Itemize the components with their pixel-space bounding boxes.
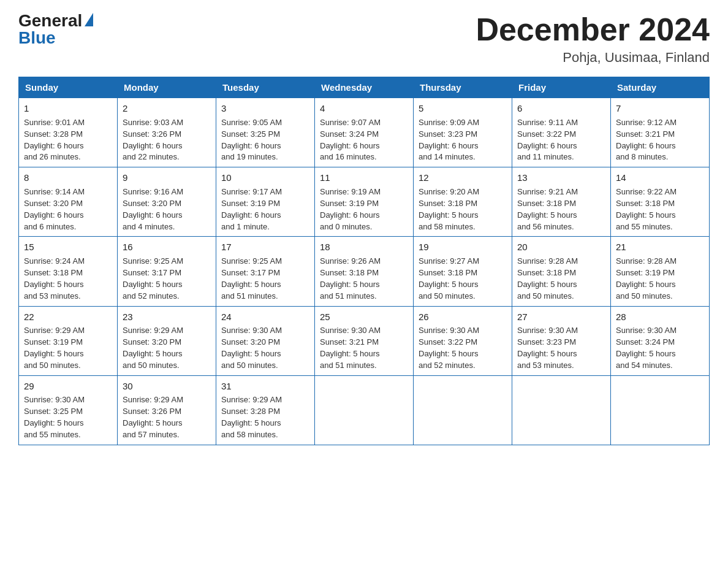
day-info: Sunrise: 9:29 AM Sunset: 3:19 PM Dayligh…	[24, 325, 112, 371]
day-number: 10	[221, 171, 309, 185]
weekday-header-row: SundayMondayTuesdayWednesdayThursdayFrid…	[19, 77, 710, 98]
day-number: 20	[517, 240, 605, 254]
calendar-day-cell: 13Sunrise: 9:21 AM Sunset: 3:18 PM Dayli…	[512, 167, 611, 237]
day-number: 6	[517, 102, 605, 115]
day-number: 26	[419, 310, 507, 324]
day-number: 2	[123, 102, 211, 115]
weekday-header-thursday: Thursday	[414, 77, 512, 98]
calendar-day-cell: 27Sunrise: 9:30 AM Sunset: 3:23 PM Dayli…	[512, 306, 611, 375]
day-info: Sunrise: 9:03 AM Sunset: 3:26 PM Dayligh…	[123, 117, 211, 163]
title-area: December 2024 Pohja, Uusimaa, Finland	[476, 12, 710, 66]
day-info: Sunrise: 9:16 AM Sunset: 3:20 PM Dayligh…	[123, 186, 211, 232]
weekday-header-sunday: Sunday	[19, 77, 118, 98]
calendar-day-cell: 24Sunrise: 9:30 AM Sunset: 3:20 PM Dayli…	[216, 306, 315, 375]
calendar-day-cell: 14Sunrise: 9:22 AM Sunset: 3:18 PM Dayli…	[611, 167, 710, 237]
day-info: Sunrise: 9:11 AM Sunset: 3:22 PM Dayligh…	[517, 117, 605, 163]
calendar-day-cell: 3Sunrise: 9:05 AM Sunset: 3:25 PM Daylig…	[216, 98, 315, 167]
day-number: 19	[419, 240, 507, 254]
day-info: Sunrise: 9:25 AM Sunset: 3:17 PM Dayligh…	[221, 256, 309, 302]
day-info: Sunrise: 9:27 AM Sunset: 3:18 PM Dayligh…	[419, 256, 507, 302]
day-number: 27	[517, 310, 605, 324]
day-number: 15	[24, 240, 112, 254]
calendar-subtitle: Pohja, Uusimaa, Finland	[476, 50, 710, 66]
day-info: Sunrise: 9:09 AM Sunset: 3:23 PM Dayligh…	[419, 117, 507, 163]
calendar-day-cell	[512, 375, 611, 445]
day-info: Sunrise: 9:30 AM Sunset: 3:22 PM Dayligh…	[419, 325, 507, 371]
day-number: 31	[221, 380, 309, 393]
calendar-day-cell: 21Sunrise: 9:28 AM Sunset: 3:19 PM Dayli…	[611, 237, 710, 306]
day-number: 16	[123, 240, 211, 254]
day-number: 13	[517, 171, 605, 185]
calendar-day-cell: 7Sunrise: 9:12 AM Sunset: 3:21 PM Daylig…	[611, 98, 710, 167]
day-number: 1	[24, 102, 112, 115]
calendar-title: December 2024	[476, 12, 710, 47]
day-info: Sunrise: 9:30 AM Sunset: 3:21 PM Dayligh…	[320, 325, 408, 371]
calendar-day-cell: 23Sunrise: 9:29 AM Sunset: 3:20 PM Dayli…	[118, 306, 216, 375]
calendar-day-cell	[414, 375, 512, 445]
day-number: 18	[320, 240, 408, 254]
day-info: Sunrise: 9:19 AM Sunset: 3:19 PM Dayligh…	[320, 186, 408, 232]
calendar-day-cell: 10Sunrise: 9:17 AM Sunset: 3:19 PM Dayli…	[216, 167, 315, 237]
calendar-week-row: 1Sunrise: 9:01 AM Sunset: 3:28 PM Daylig…	[19, 98, 710, 167]
day-number: 8	[24, 171, 112, 185]
calendar-table: SundayMondayTuesdayWednesdayThursdayFrid…	[18, 77, 710, 445]
day-info: Sunrise: 9:26 AM Sunset: 3:18 PM Dayligh…	[320, 256, 408, 302]
day-info: Sunrise: 9:29 AM Sunset: 3:28 PM Dayligh…	[221, 394, 309, 440]
day-info: Sunrise: 9:17 AM Sunset: 3:19 PM Dayligh…	[221, 186, 309, 232]
logo: General Blue	[18, 12, 93, 47]
calendar-day-cell: 5Sunrise: 9:09 AM Sunset: 3:23 PM Daylig…	[414, 98, 512, 167]
day-info: Sunrise: 9:24 AM Sunset: 3:18 PM Dayligh…	[24, 256, 112, 302]
day-info: Sunrise: 9:05 AM Sunset: 3:25 PM Dayligh…	[221, 117, 309, 163]
calendar-day-cell: 25Sunrise: 9:30 AM Sunset: 3:21 PM Dayli…	[315, 306, 414, 375]
day-info: Sunrise: 9:30 AM Sunset: 3:23 PM Dayligh…	[517, 325, 605, 371]
calendar-day-cell: 4Sunrise: 9:07 AM Sunset: 3:24 PM Daylig…	[315, 98, 414, 167]
calendar-day-cell: 11Sunrise: 9:19 AM Sunset: 3:19 PM Dayli…	[315, 167, 414, 237]
weekday-header-monday: Monday	[118, 77, 216, 98]
day-info: Sunrise: 9:12 AM Sunset: 3:21 PM Dayligh…	[616, 117, 704, 163]
day-info: Sunrise: 9:22 AM Sunset: 3:18 PM Dayligh…	[616, 186, 704, 232]
calendar-day-cell: 20Sunrise: 9:28 AM Sunset: 3:18 PM Dayli…	[512, 237, 611, 306]
day-number: 21	[616, 240, 704, 254]
calendar-day-cell: 28Sunrise: 9:30 AM Sunset: 3:24 PM Dayli…	[611, 306, 710, 375]
day-info: Sunrise: 9:28 AM Sunset: 3:19 PM Dayligh…	[616, 256, 704, 302]
calendar-day-cell: 22Sunrise: 9:29 AM Sunset: 3:19 PM Dayli…	[19, 306, 118, 375]
day-number: 14	[616, 171, 704, 185]
calendar-day-cell: 19Sunrise: 9:27 AM Sunset: 3:18 PM Dayli…	[414, 237, 512, 306]
calendar-day-cell: 26Sunrise: 9:30 AM Sunset: 3:22 PM Dayli…	[414, 306, 512, 375]
day-number: 28	[616, 310, 704, 324]
page-header: General Blue December 2024 Pohja, Uusima…	[18, 12, 710, 66]
day-info: Sunrise: 9:29 AM Sunset: 3:26 PM Dayligh…	[123, 394, 211, 440]
day-number: 5	[419, 102, 507, 115]
calendar-week-row: 15Sunrise: 9:24 AM Sunset: 3:18 PM Dayli…	[19, 237, 710, 306]
day-number: 25	[320, 310, 408, 324]
logo-triangle-icon	[85, 13, 93, 26]
day-info: Sunrise: 9:29 AM Sunset: 3:20 PM Dayligh…	[123, 325, 211, 371]
day-number: 30	[123, 380, 211, 393]
day-number: 12	[419, 171, 507, 185]
calendar-day-cell: 18Sunrise: 9:26 AM Sunset: 3:18 PM Dayli…	[315, 237, 414, 306]
calendar-day-cell: 8Sunrise: 9:14 AM Sunset: 3:20 PM Daylig…	[19, 167, 118, 237]
day-number: 22	[24, 310, 112, 324]
logo-blue: Blue	[18, 29, 56, 47]
day-info: Sunrise: 9:07 AM Sunset: 3:24 PM Dayligh…	[320, 117, 408, 163]
calendar-week-row: 29Sunrise: 9:30 AM Sunset: 3:25 PM Dayli…	[19, 375, 710, 445]
calendar-day-cell: 31Sunrise: 9:29 AM Sunset: 3:28 PM Dayli…	[216, 375, 315, 445]
calendar-day-cell: 15Sunrise: 9:24 AM Sunset: 3:18 PM Dayli…	[19, 237, 118, 306]
day-number: 17	[221, 240, 309, 254]
day-info: Sunrise: 9:30 AM Sunset: 3:20 PM Dayligh…	[221, 325, 309, 371]
day-info: Sunrise: 9:28 AM Sunset: 3:18 PM Dayligh…	[517, 256, 605, 302]
day-number: 4	[320, 102, 408, 115]
calendar-week-row: 22Sunrise: 9:29 AM Sunset: 3:19 PM Dayli…	[19, 306, 710, 375]
calendar-day-cell: 12Sunrise: 9:20 AM Sunset: 3:18 PM Dayli…	[414, 167, 512, 237]
calendar-day-cell: 1Sunrise: 9:01 AM Sunset: 3:28 PM Daylig…	[19, 98, 118, 167]
calendar-day-cell	[611, 375, 710, 445]
weekday-header-wednesday: Wednesday	[315, 77, 414, 98]
calendar-day-cell: 9Sunrise: 9:16 AM Sunset: 3:20 PM Daylig…	[118, 167, 216, 237]
day-info: Sunrise: 9:25 AM Sunset: 3:17 PM Dayligh…	[123, 256, 211, 302]
day-number: 23	[123, 310, 211, 324]
day-number: 7	[616, 102, 704, 115]
logo-general: General	[18, 12, 82, 29]
calendar-day-cell: 17Sunrise: 9:25 AM Sunset: 3:17 PM Dayli…	[216, 237, 315, 306]
day-number: 11	[320, 171, 408, 185]
day-info: Sunrise: 9:01 AM Sunset: 3:28 PM Dayligh…	[24, 117, 112, 163]
